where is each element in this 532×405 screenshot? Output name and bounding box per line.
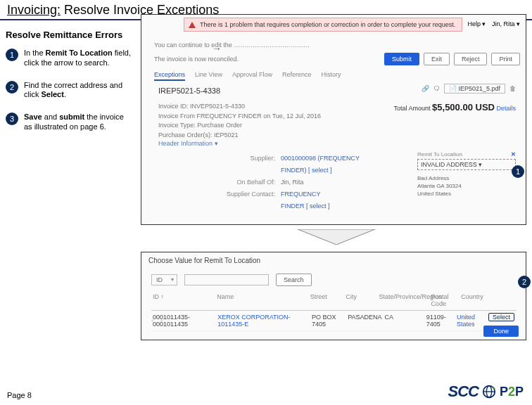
- step-bullet: 2: [6, 81, 18, 94]
- col-id[interactable]: ID ↑: [153, 293, 214, 307]
- logo-p2p: P2P: [500, 385, 524, 399]
- attachment-area: 🔗 🗨 📄 IEP5021_5.pdf 🗑: [422, 84, 516, 94]
- help-menu[interactable]: Help ▾: [467, 20, 486, 27]
- col-street[interactable]: Street: [310, 293, 343, 307]
- step-3: 3 Save and submit the invoice as illustr…: [6, 112, 132, 132]
- remit-to-panel: Remit To Location ✕ INVALID ADDRESS ▾ Ba…: [417, 151, 516, 198]
- invoice-meta: Invoice ID: INVEP5021-5-4330 Invoice Fro…: [158, 102, 321, 140]
- user-menu[interactable]: Jin, Rita ▾: [492, 20, 520, 27]
- alert-banner: There is 1 problem that requires complet…: [184, 18, 462, 32]
- warning-icon: [189, 22, 196, 28]
- tab-lineview[interactable]: Line View: [195, 71, 222, 81]
- cell-city: PASADENA: [348, 314, 381, 328]
- supplier-value: 0001000098 (FREQUENCY: [281, 155, 360, 162]
- subtitle: Resolve Remittance Errors: [6, 30, 132, 40]
- table-row: 0001011435-0001011435 XEROX CORPORATION-…: [151, 311, 516, 331]
- alert-text: There is 1 problem that requires complet…: [200, 21, 455, 28]
- continue-text: You can continue to edit the ………………………………: [154, 41, 519, 49]
- dialog-title: Choose Value for Remit To Location: [148, 257, 260, 264]
- field-select[interactable]: ID: [151, 274, 177, 285]
- tab-history[interactable]: History: [321, 71, 341, 81]
- pager: ‹›: [151, 317, 170, 324]
- step-1: 1 In the Remit To Location field, click …: [6, 49, 132, 68]
- header-info-toggle[interactable]: Header Information ▾: [158, 140, 218, 147]
- cell-name[interactable]: XEROX CORPORATION-1011435-E: [217, 314, 290, 328]
- remit-to-select[interactable]: INVALID ADDRESS ▾: [417, 159, 516, 170]
- table-header: ID ↑ Name Street City State/Province/Reg…: [151, 290, 516, 311]
- field-label: Supplier Contact:: [212, 188, 275, 200]
- meta-line: Purchase Order(s): IEP5021: [158, 131, 321, 141]
- behalf-value: Jin, Rita: [281, 179, 304, 186]
- exit-button[interactable]: Exit: [424, 53, 450, 65]
- callout-marker-1: 1: [512, 165, 524, 178]
- field-label: On Behalf Of:: [212, 176, 275, 188]
- cell-zip: 91109-7405: [426, 314, 454, 328]
- step-2: 2 Find the correct address and click Sel…: [6, 81, 132, 101]
- meta-line: Invoice ID: INVEP5021-5-4330: [158, 102, 321, 112]
- tab-exceptions[interactable]: Exceptions: [154, 71, 185, 81]
- results-table: ID ↑ Name Street City State/Province/Reg…: [151, 290, 516, 331]
- note-icon[interactable]: 🗨: [433, 85, 440, 92]
- print-button[interactable]: Print: [491, 53, 520, 65]
- search-input[interactable]: [184, 274, 269, 285]
- header-fields: Supplier:0001000098 (FREQUENCY FINDER) […: [212, 153, 360, 212]
- page-number: Page 8: [7, 391, 32, 399]
- contact-value: FREQUENCY: [281, 191, 321, 198]
- screenshot-choose-value: Choose Value for Remit To Location ID Se…: [141, 252, 526, 340]
- search-button[interactable]: Search: [276, 274, 312, 286]
- done-button[interactable]: Done: [483, 326, 519, 337]
- cell-street: PO BOX 7405: [312, 314, 345, 328]
- left-panel: Resolve Remittance Errors 1 In the Remit…: [6, 30, 132, 145]
- step-bullet: 3: [6, 112, 18, 125]
- supplier-select[interactable]: FINDER) [ select ]: [281, 167, 332, 174]
- title-underline: Invoicing:: [7, 3, 61, 17]
- prev-icon[interactable]: ‹: [151, 317, 153, 324]
- meta-line: Invoice From FREQUENCY FINDER on Tue, 12…: [158, 112, 321, 122]
- total-value: $5,500.00 USD: [432, 102, 495, 112]
- next-icon[interactable]: ›: [160, 317, 163, 324]
- cell-state: CA: [385, 314, 424, 328]
- remit-label: Remit To Location: [417, 151, 462, 158]
- link-icon[interactable]: 🔗: [422, 85, 429, 92]
- search-row: ID Search: [151, 274, 312, 286]
- top-links: Help ▾ Jin, Rita ▾: [463, 20, 520, 27]
- total-amount: Total Amount $5,500.00 USD Details: [394, 102, 516, 112]
- col-country[interactable]: Country: [461, 293, 490, 307]
- footer-logo: SCC P2P: [448, 382, 524, 401]
- submit-button[interactable]: Submit: [384, 53, 419, 65]
- file-chip[interactable]: 📄 IEP5021_5.pdf: [444, 84, 505, 94]
- irep-id: IREP5021-5-4338: [158, 86, 220, 95]
- col-state[interactable]: State/Province/Region: [379, 293, 428, 307]
- meta-line: Invoice Type: Purchase Order: [158, 121, 321, 131]
- tab-approval[interactable]: Approval Flow: [232, 71, 272, 81]
- screenshot-invoice: There is 1 problem that requires complet…: [141, 14, 526, 225]
- svg-marker-0: [298, 229, 375, 245]
- tab-reference[interactable]: Reference: [282, 71, 312, 81]
- step-text: Find the correct address and click Selec…: [24, 81, 132, 101]
- action-buttons: Submit Exit Reject Print: [384, 53, 520, 65]
- step-text: Save and submit the invoice as illustrat…: [24, 112, 132, 132]
- total-label: Total Amount: [394, 105, 431, 112]
- col-zip[interactable]: Postal Code: [431, 293, 458, 307]
- remit-address: Bad Address Atlanta GA 30324 United Stat…: [417, 174, 516, 198]
- callout-marker-2: 2: [518, 276, 531, 288]
- flow-arrow-icon: [298, 229, 375, 245]
- step-text: In the Remit To Location field, click th…: [24, 49, 132, 68]
- total-details-link[interactable]: Details: [496, 105, 516, 112]
- select-button[interactable]: Select: [488, 313, 514, 321]
- col-name[interactable]: Name: [217, 293, 308, 307]
- delete-icon[interactable]: 🗑: [509, 85, 516, 92]
- tab-bar: Exceptions Line View Approval Flow Refer…: [154, 71, 341, 81]
- contact-select[interactable]: FINDER [ select ]: [281, 202, 330, 210]
- field-label: Supplier:: [212, 153, 275, 165]
- col-city[interactable]: City: [346, 293, 376, 307]
- step-bullet: 1: [6, 49, 18, 61]
- close-icon[interactable]: ✕: [511, 151, 516, 158]
- logo-text: SCC: [448, 382, 479, 401]
- reject-button[interactable]: Reject: [454, 53, 488, 65]
- reconciled-text: The invoice is now reconciled.: [154, 56, 239, 63]
- globe-icon: [481, 384, 497, 399]
- cell-country: United States: [457, 314, 475, 328]
